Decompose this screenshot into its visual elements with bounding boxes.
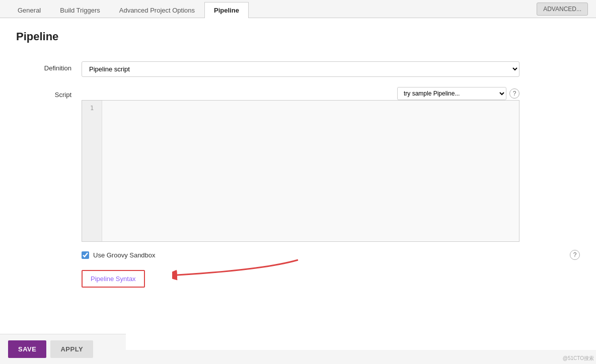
pipeline-syntax-row: Pipeline Syntax (82, 270, 580, 288)
tab-advanced-project-options[interactable]: Advanced Project Options (110, 2, 204, 18)
tab-bar: General Build Triggers Advanced Project … (0, 0, 596, 18)
script-editor-container: 1 (82, 100, 519, 242)
apply-button[interactable]: APPLY (50, 340, 93, 358)
save-button[interactable]: SAVE (8, 340, 46, 358)
script-textarea[interactable] (102, 101, 519, 241)
line-number-1: 1 (82, 104, 102, 113)
groovy-sandbox-row: Use Groovy Sandbox ? (82, 250, 580, 260)
page-title: Pipeline (16, 30, 580, 47)
tab-general[interactable]: General (8, 2, 50, 18)
pipeline-syntax-button[interactable]: Pipeline Syntax (82, 270, 145, 288)
definition-control: Pipeline script Pipeline script from SCM (82, 61, 580, 77)
line-numbers: 1 (82, 101, 102, 241)
tab-pipeline[interactable]: Pipeline (204, 2, 249, 18)
tab-build-triggers[interactable]: Build Triggers (50, 2, 109, 18)
definition-label: Definition (16, 61, 82, 72)
main-content: Pipeline Definition Pipeline script Pipe… (0, 18, 596, 350)
script-row: Script try sample Pipeline... Hello Worl… (16, 87, 580, 242)
script-label: Script (16, 87, 82, 99)
advanced-button[interactable]: ADVANCED... (537, 3, 588, 16)
watermark: @51CTO搜索 (563, 355, 594, 362)
editor-toolbar: try sample Pipeline... Hello World Scrip… (82, 87, 519, 100)
use-groovy-sandbox-label: Use Groovy Sandbox (93, 251, 156, 259)
definition-row: Definition Pipeline script Pipeline scri… (16, 61, 580, 77)
definition-select[interactable]: Pipeline script Pipeline script from SCM (82, 61, 519, 77)
groovy-sandbox-help-icon[interactable]: ? (570, 250, 580, 260)
bottom-bar: SAVE APPLY (0, 334, 126, 364)
script-help-icon[interactable]: ? (509, 88, 519, 99)
use-groovy-sandbox-checkbox[interactable] (82, 251, 89, 259)
editor-wrapper: try sample Pipeline... Hello World Scrip… (82, 87, 519, 242)
try-sample-select[interactable]: try sample Pipeline... Hello World Scrip… (397, 87, 506, 100)
